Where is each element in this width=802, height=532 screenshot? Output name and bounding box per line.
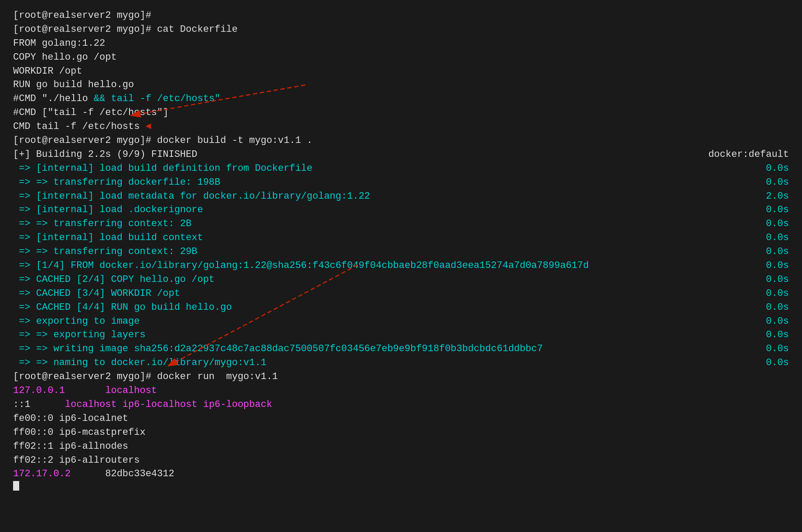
terminal-line: => => transferring context: 29B 0.0s [13,245,789,259]
terminal-line: [root@realserver2 mygo]# cat Dockerfile [13,23,789,37]
terminal-line: RUN go build hello.go [13,78,789,92]
cursor [13,481,19,491]
terminal-line: => => transferring context: 2B 0.0s [13,217,789,231]
terminal-line: [root@realserver2 mygo]# [13,9,789,23]
terminal-line: ff00::0 ip6-mcastprefix [13,426,789,440]
terminal-line: #CMD "./hello && tail -f /etc/hosts" [13,92,789,106]
terminal-line: ff02::1 ip6-allnodes [13,440,789,454]
terminal-window: [root@realserver2 mygo]# [root@realserve… [13,9,789,491]
terminal-line: ::1 localhost ip6-localhost ip6-loopback [13,398,789,412]
terminal-line: => => writing image sha256:d2a22937c48c7… [13,342,789,356]
terminal-line: [+] Building 2.2s (9/9) FINISHED docker:… [13,148,789,162]
terminal-line: 127.0.0.1 localhost [13,384,789,398]
terminal-line: => => transferring dockerfile: 198B 0.0s [13,176,789,190]
terminal-line: => exporting to image 0.0s [13,315,789,329]
terminal-line: => CACHED [3/4] WORKDIR /opt 0.0s [13,287,789,301]
terminal-line: CMD tail -f /etc/hosts ◄ [13,120,789,134]
terminal-line: WORKDIR /opt [13,64,789,78]
terminal-line: => [internal] load build context 0.0s [13,231,789,245]
terminal-line: => [1/4] FROM docker.io/library/golang:1… [13,259,789,273]
terminal-line: COPY hello.go /opt [13,51,789,64]
terminal-line: => CACHED [4/4] RUN go build hello.go 0.… [13,301,789,315]
terminal-line: FROM golang:1.22 [13,37,789,51]
terminal-cursor-line [13,481,789,491]
terminal-line: => [internal] load metadata for docker.i… [13,190,789,203]
terminal-line: #CMD ["tail -f /etc/hosts"] [13,106,789,120]
terminal-line: => => exporting layers 0.0s [13,328,789,342]
terminal-line: => [internal] load build definition from… [13,162,789,176]
terminal-line: [root@realserver2 mygo]# docker build -t… [13,134,789,148]
terminal-line: fe00::0 ip6-localnet [13,412,789,426]
terminal-line: => [internal] load .dockerignore 0.0s [13,203,789,217]
terminal-line: 172.17.0.2 82dbc33e4312 [13,467,789,481]
terminal-line: => => naming to docker.io/library/mygo:v… [13,356,789,370]
terminal-line: => CACHED [2/4] COPY hello.go /opt 0.0s [13,273,789,287]
terminal-line: [root@realserver2 mygo]# docker run mygo… [13,370,789,384]
terminal-line: ff02::2 ip6-allrouters [13,454,789,468]
